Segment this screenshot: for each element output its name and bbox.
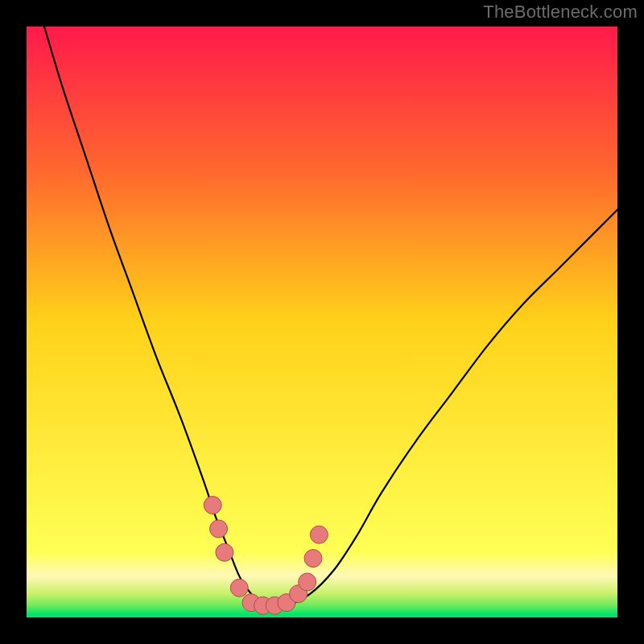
data-marker bbox=[230, 579, 248, 597]
attribution-text: TheBottleneck.com bbox=[483, 2, 638, 23]
data-marker bbox=[216, 543, 233, 561]
data-marker bbox=[299, 573, 316, 591]
bottleneck-chart bbox=[27, 27, 617, 617]
plot-area bbox=[27, 27, 617, 617]
data-marker bbox=[310, 526, 328, 543]
data-marker bbox=[210, 520, 228, 538]
data-marker bbox=[204, 497, 221, 514]
data-marker bbox=[304, 550, 322, 568]
chart-frame: TheBottleneck.com bbox=[0, 0, 644, 644]
